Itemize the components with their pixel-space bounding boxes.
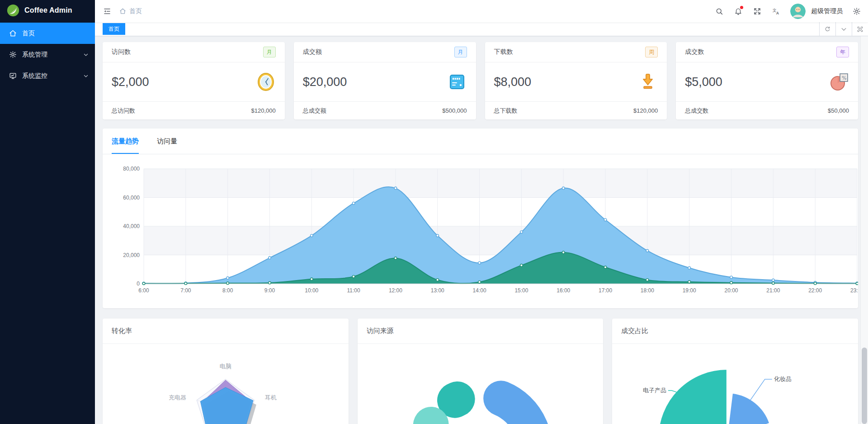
svg-text:20:00: 20:00 (725, 287, 738, 294)
username[interactable]: 超级管理员 (811, 7, 843, 15)
app-title: Coffee Admin (24, 6, 72, 14)
svg-text:7:00: 7:00 (180, 287, 191, 294)
card-title: 访问来源 (358, 319, 604, 344)
visit-source-card: 访问来源 (358, 319, 604, 424)
fullscreen-icon[interactable] (752, 6, 762, 16)
stat-title: 下载数 (494, 48, 513, 56)
stat-title: 成交额 (303, 48, 322, 56)
notification-bell-icon[interactable] (733, 6, 743, 16)
bottom-card-row: 转化率 电脑耳机充电器 访问来源 成交占比 电子产品化妆品 (103, 319, 858, 424)
sidebar-item-system-management[interactable]: 系统管理 (0, 44, 95, 65)
svg-text:17:00: 17:00 (599, 287, 612, 294)
svg-text:15:00: 15:00 (514, 287, 528, 294)
pie-icon: % (829, 72, 849, 92)
card-title: 成交占比 (612, 319, 858, 344)
traffic-trend-card: 流量趋势 访问量 020,00040,00060,00080,0006:007:… (103, 129, 858, 308)
trend-tabs: 流量趋势 访问量 (103, 129, 858, 154)
svg-text:18:00: 18:00 (641, 287, 654, 294)
sidebar: Coffee Admin 首页 系统管理 系统监控 (0, 0, 95, 424)
stat-title: 成交数 (685, 48, 704, 56)
stat-card-transactions: 成交额 月 $20,000 总成交额 $500,000 (294, 42, 476, 119)
period-badge[interactable]: 周 (645, 47, 658, 57)
svg-text:A: A (776, 11, 779, 15)
sidebar-item-label: 系统监控 (22, 72, 78, 80)
svg-text:9:00: 9:00 (264, 287, 275, 294)
sidebar-item-label: 系统管理 (22, 51, 78, 59)
stat-value: $20,000 (303, 75, 347, 89)
translate-icon[interactable]: 文 A (771, 6, 781, 16)
main-content: 访问数 月 $2,000 总访问数 $120,000 (95, 36, 868, 424)
period-badge[interactable]: 月 (454, 47, 467, 57)
svg-text:0: 0 (137, 281, 140, 287)
notification-dot (740, 6, 743, 9)
top-navbar: 首页 文 A (95, 0, 868, 22)
svg-text:60,000: 60,000 (123, 195, 140, 201)
conversion-rate-card: 转化率 电脑耳机充电器 (103, 319, 349, 424)
stat-value: $8,000 (494, 75, 532, 89)
refresh-icon[interactable] (819, 22, 835, 36)
page-scrollbar[interactable] (860, 36, 868, 424)
svg-text:23:00: 23:00 (850, 287, 858, 294)
svg-text:22:00: 22:00 (808, 287, 822, 294)
leaf-logo-icon (6, 4, 20, 17)
svg-text:化妆品: 化妆品 (774, 376, 792, 382)
stat-footer-value: $50,000 (828, 107, 849, 114)
svg-text:电子产品: 电子产品 (643, 387, 666, 394)
search-icon[interactable] (714, 6, 724, 16)
sidebar-item-system-monitor[interactable]: 系统监控 (0, 65, 95, 86)
card-icon (447, 72, 467, 92)
stat-value: $5,000 (685, 75, 722, 89)
svg-text:充电器: 充电器 (169, 394, 186, 401)
clock-icon (256, 72, 276, 92)
home-icon (119, 8, 126, 14)
svg-text:40,000: 40,000 (123, 223, 140, 229)
svg-text:电脑: 电脑 (220, 363, 231, 370)
period-badge[interactable]: 年 (836, 47, 849, 57)
svg-text:耳机: 耳机 (265, 394, 277, 401)
svg-text:6:00: 6:00 (138, 287, 149, 294)
svg-text:11:00: 11:00 (347, 287, 360, 294)
screenfull-icon[interactable] (852, 22, 868, 36)
svg-text:20,000: 20,000 (123, 252, 140, 258)
scrollbar-thumb[interactable] (862, 348, 867, 424)
tab-visits[interactable]: 访问量 (157, 137, 177, 154)
chevron-down-icon (83, 52, 89, 57)
download-icon (638, 72, 658, 92)
chevron-down-icon (83, 73, 89, 79)
svg-text:80,000: 80,000 (123, 166, 140, 172)
breadcrumb[interactable]: 首页 (119, 7, 142, 15)
chevron-down-icon[interactable] (835, 22, 852, 36)
app-logo[interactable]: Coffee Admin (0, 0, 95, 21)
stat-footer-label: 总成交数 (685, 107, 708, 115)
stat-footer-label: 总下载数 (494, 107, 518, 115)
stat-footer-value: $120,000 (633, 107, 658, 114)
stat-card-row: 访问数 月 $2,000 总访问数 $120,000 (103, 42, 858, 119)
sidebar-menu: 首页 系统管理 系统监控 (0, 23, 95, 86)
stat-card-visits: 访问数 月 $2,000 总访问数 $120,000 (103, 42, 285, 119)
stat-card-deals: 成交数 年 $5,000 % 总成交数 $50,000 (676, 42, 858, 119)
menu-fold-icon[interactable] (102, 6, 112, 16)
stat-title: 访问数 (112, 48, 131, 56)
svg-text:12:00: 12:00 (389, 287, 402, 294)
deal-share-card: 成交占比 电子产品化妆品 (612, 319, 858, 424)
card-title: 转化率 (103, 319, 349, 344)
period-badge[interactable]: 月 (263, 47, 276, 57)
svg-text:19:00: 19:00 (683, 287, 696, 294)
stat-card-downloads: 下载数 周 $8,000 总下载数 $120,000 (485, 42, 667, 119)
traffic-trend-chart: 020,00040,00060,00080,0006:007:008:009:0… (103, 154, 858, 308)
tab-traffic-trend[interactable]: 流量趋势 (112, 137, 139, 154)
sidebar-item-home[interactable]: 首页 (0, 23, 95, 44)
stat-footer-value: $120,000 (251, 107, 276, 114)
deal-share-pie-chart: 电子产品化妆品 (612, 344, 858, 424)
settings-gear-icon[interactable] (852, 6, 862, 16)
svg-text:21:00: 21:00 (766, 287, 780, 294)
visit-source-donut-chart (358, 344, 604, 424)
stat-footer-label: 总成交额 (303, 107, 326, 115)
svg-text:%: % (842, 75, 846, 81)
gear-icon (9, 51, 17, 58)
tab-home[interactable]: 首页 (103, 23, 125, 35)
stat-footer-value: $500,000 (442, 107, 467, 114)
avatar[interactable] (790, 4, 806, 19)
home-icon (9, 29, 17, 37)
breadcrumb-label: 首页 (129, 7, 142, 15)
